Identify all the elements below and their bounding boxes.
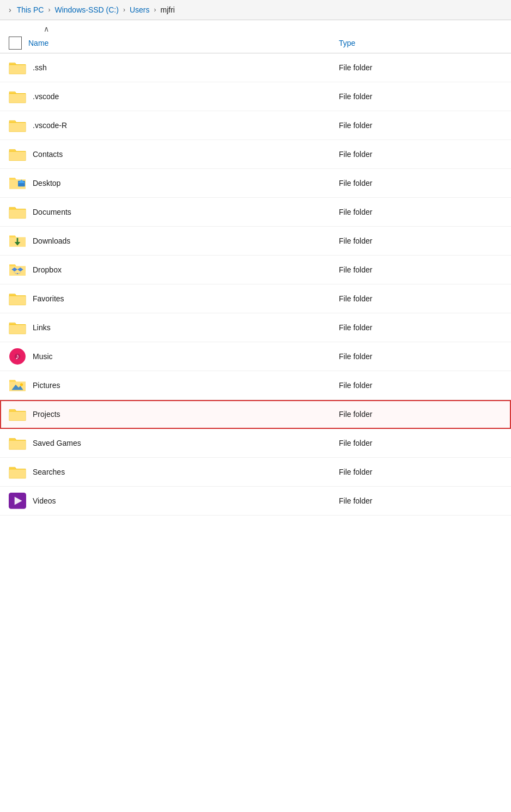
file-type: File folder xyxy=(339,294,502,303)
file-name: Contacts xyxy=(33,150,339,159)
list-item[interactable]: .vscode-RFile folder xyxy=(0,111,511,140)
file-type: File folder xyxy=(339,381,502,390)
file-type: File folder xyxy=(339,265,502,274)
sort-arrow-icon: ∧ xyxy=(44,25,49,33)
file-name: Searches xyxy=(33,468,339,476)
list-item[interactable]: ♪ MusicFile folder xyxy=(0,342,511,371)
folder-icon xyxy=(9,405,26,423)
videos-icon xyxy=(9,492,26,510)
svg-point-12 xyxy=(20,383,23,386)
file-type: File folder xyxy=(339,150,502,159)
file-type: File folder xyxy=(339,468,502,476)
file-name: .ssh xyxy=(33,63,339,72)
breadcrumb-windows-ssd[interactable]: Windows-SSD (C:) xyxy=(54,5,118,14)
dropbox-icon xyxy=(9,261,26,278)
list-item[interactable]: LinksFile folder xyxy=(0,313,511,342)
breadcrumb: › This PC › Windows-SSD (C:) › Users › m… xyxy=(0,0,511,20)
music-icon: ♪ xyxy=(9,348,26,365)
folder-icon xyxy=(9,463,26,481)
file-type: File folder xyxy=(339,237,502,245)
list-item[interactable]: PicturesFile folder xyxy=(0,371,511,400)
file-name: Videos xyxy=(33,496,339,505)
file-name: Saved Games xyxy=(33,439,339,447)
file-table-header: Name Type xyxy=(0,33,511,53)
pictures-icon xyxy=(9,377,26,394)
file-type: File folder xyxy=(339,208,502,216)
downloads-icon xyxy=(9,232,26,250)
file-name: Music xyxy=(33,352,339,361)
file-name: Downloads xyxy=(33,237,339,245)
folder-icon xyxy=(9,146,26,163)
file-type: File folder xyxy=(339,352,502,361)
file-name: .vscode xyxy=(33,92,339,101)
list-item[interactable]: DesktopFile folder xyxy=(0,169,511,198)
breadcrumb-arrow: › xyxy=(9,5,11,14)
list-item[interactable]: DownloadsFile folder xyxy=(0,227,511,256)
breadcrumb-this-pc[interactable]: This PC xyxy=(17,5,44,14)
file-type: File folder xyxy=(339,439,502,447)
list-item[interactable]: VideosFile folder xyxy=(0,487,511,516)
list-item[interactable]: .vscodeFile folder xyxy=(0,82,511,111)
file-name: Desktop xyxy=(33,179,339,187)
folder-icon xyxy=(9,203,26,221)
folder-icon xyxy=(9,319,26,336)
list-item[interactable]: .sshFile folder xyxy=(0,53,511,82)
breadcrumb-users[interactable]: Users xyxy=(130,5,150,14)
folder-icon xyxy=(9,290,26,307)
file-name: Links xyxy=(33,323,339,332)
file-name: Projects xyxy=(33,410,339,419)
list-item[interactable]: FavoritesFile folder xyxy=(0,284,511,313)
file-type: File folder xyxy=(339,410,502,419)
file-name: Favorites xyxy=(33,294,339,303)
select-all-checkbox[interactable] xyxy=(9,37,22,50)
file-list: .sshFile folder .vscodeFile folder .vsco… xyxy=(0,53,511,516)
name-column-header[interactable]: Name xyxy=(28,39,339,47)
file-type: File folder xyxy=(339,92,502,101)
file-name: Pictures xyxy=(33,381,339,390)
list-item[interactable]: ContactsFile folder xyxy=(0,140,511,169)
file-name: Dropbox xyxy=(33,265,339,274)
folder-icon xyxy=(9,59,26,76)
breadcrumb-mjfri: mjfri xyxy=(161,5,175,14)
list-item[interactable]: Saved GamesFile folder xyxy=(0,429,511,458)
folder-icon xyxy=(9,88,26,105)
desktop-icon xyxy=(9,174,26,192)
file-type: File folder xyxy=(339,179,502,187)
list-item[interactable]: DropboxFile folder xyxy=(0,256,511,284)
svg-text:♪: ♪ xyxy=(15,352,19,361)
type-column-header[interactable]: Type xyxy=(339,39,502,47)
list-item[interactable]: ProjectsFile folder xyxy=(0,400,511,429)
folder-icon xyxy=(9,434,26,452)
file-name: .vscode-R xyxy=(33,121,339,130)
file-name: Documents xyxy=(33,208,339,216)
folder-icon xyxy=(9,117,26,134)
file-type: File folder xyxy=(339,323,502,332)
list-item[interactable]: DocumentsFile folder xyxy=(0,198,511,227)
list-item[interactable]: SearchesFile folder xyxy=(0,458,511,487)
file-type: File folder xyxy=(339,496,502,505)
file-type: File folder xyxy=(339,63,502,72)
file-type: File folder xyxy=(339,121,502,130)
